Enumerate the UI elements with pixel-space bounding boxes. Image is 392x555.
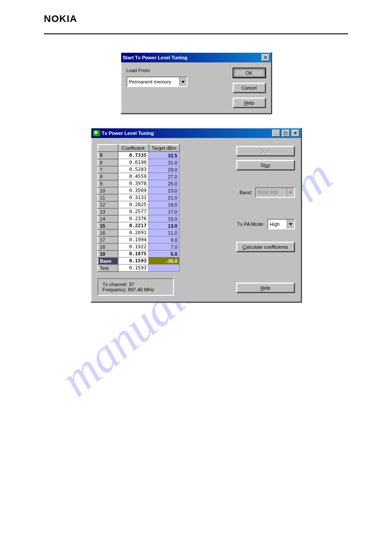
pa-mode-label: Tx PA Mode: [237,221,264,227]
dialog1-titlebar[interactable]: Start Tx Power Level Tuning ✕ [121,53,271,62]
close-icon[interactable]: ✕ [262,54,270,61]
chevron-down-icon[interactable] [287,220,294,229]
close-icon[interactable]: ✕ [291,130,299,137]
load-from-label: Load From: [126,68,219,73]
chevron-down-icon[interactable] [179,77,187,86]
chevron-down-icon [287,188,294,197]
ok-button[interactable]: OK [233,68,266,78]
help-button[interactable]: Help [233,98,266,108]
dialog1-title: Start Tx Power Level Tuning [123,55,187,60]
power-level-table[interactable]: Coefficient Target dBm 50.733532.5 60.61… [97,144,180,272]
cancel-button[interactable]: Cancel [233,83,266,93]
minimize-icon[interactable]: _ [272,130,280,137]
start-button: Start [236,146,295,156]
maximize-icon[interactable]: ▢ [282,130,290,137]
dialog2-title: Tx Power Level Tuning [102,131,154,136]
load-from-value[interactable] [127,77,179,86]
band-value [256,188,287,197]
pa-mode-value[interactable] [268,220,287,229]
tuning-dialog: Tx Power Level Tuning _ ▢ ✕ Coefficient … [90,127,302,303]
status-panel: Tx channel: 37 Frequency: 897.40 MHz [97,278,174,296]
band-label: Band: [240,190,252,195]
load-from-select[interactable] [126,76,187,87]
start-tuning-dialog: Start Tx Power Level Tuning ✕ Load From:… [120,52,272,114]
stop-button[interactable]: Stop [236,160,295,170]
dialog2-titlebar[interactable]: Tx Power Level Tuning _ ▢ ✕ [91,128,301,138]
nokia-logo: NOKIA [44,13,348,25]
col-target: Target dBm [149,145,180,152]
pa-mode-select[interactable] [267,219,295,229]
app-icon [93,130,100,136]
calc-coefficients-button[interactable]: Calculate coefficients [236,242,295,252]
band-select [255,187,295,198]
col-coefficient: Coefficient [118,145,149,152]
help-button[interactable]: Help [236,283,295,293]
header-rule [44,33,348,34]
